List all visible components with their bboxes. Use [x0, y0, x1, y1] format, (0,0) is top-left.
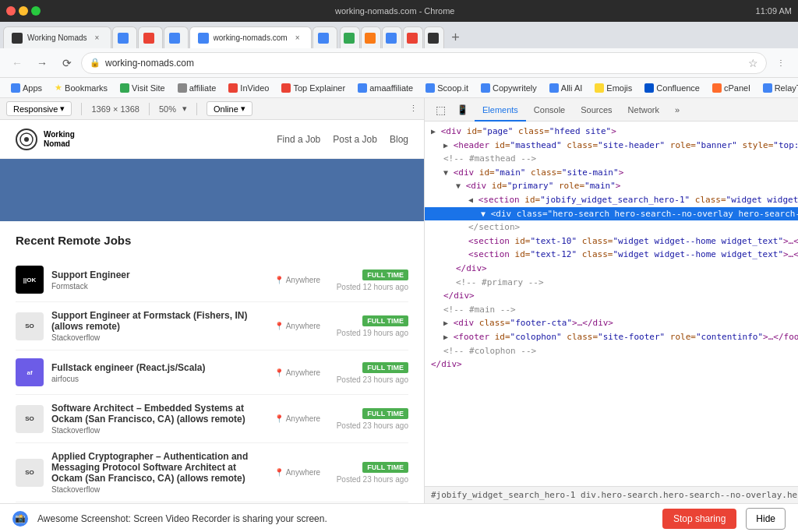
address-bar[interactable]: 🔒 working-nomads.com ☆ — [81, 52, 767, 74]
browser-tab-extra[interactable] — [340, 26, 360, 48]
tab-close-icon[interactable]: × — [292, 33, 303, 44]
tab-elements[interactable]: Elements — [475, 98, 526, 122]
browser-tab-extra4[interactable] — [403, 26, 423, 48]
bookmark-favicon — [11, 83, 20, 93]
tree-node-10[interactable]: <section id="text-12" class="widget widg… — [425, 248, 798, 262]
tree-node-1[interactable]: ▶ <div id="page" class="hfeed site"> — [425, 125, 798, 139]
nav-blog[interactable]: Blog — [390, 134, 408, 145]
tree-node-8[interactable]: </section> — [425, 220, 798, 234]
browser-tab-2[interactable] — [112, 26, 137, 48]
browser-tab-extra5[interactable] — [424, 26, 444, 48]
tab-sources[interactable]: Sources — [573, 98, 620, 122]
browser-tab-1[interactable]: Working Nomads × — [3, 26, 111, 48]
tree-node-16[interactable]: ▶ <footer id="colophon" class="site-foot… — [425, 330, 798, 344]
bookmark-visitsite[interactable]: Visit Site — [115, 82, 170, 94]
bookmark-label: RelayThat — [775, 83, 798, 93]
bookmark-alliai[interactable]: Alli AI — [545, 82, 588, 94]
job-company: Formstack — [51, 282, 267, 291]
tab-close-icon[interactable]: × — [92, 33, 103, 44]
tree-node-4[interactable]: ▼ <div id="main" class="site-main"> — [425, 166, 798, 180]
elements-panel: ▶ <div id="page" class="hfeed site"> ▶ <… — [425, 122, 798, 503]
device-toggle-icon[interactable]: 📱 — [453, 100, 471, 119]
tree-node-17[interactable]: <!-- #colophon --> — [425, 344, 798, 358]
browser-tab-extra3[interactable] — [382, 26, 402, 48]
tree-node-15[interactable]: ▶ <div class="footer-cta">…</div> — [425, 316, 798, 330]
forward-button[interactable]: → — [31, 52, 53, 74]
close-button[interactable] — [6, 6, 16, 16]
inspect-icon[interactable]: ⬚ — [431, 100, 450, 119]
bookmark-scoopit[interactable]: Scoop.it — [421, 82, 473, 94]
bookmark-copywritely[interactable]: Copywritely — [476, 82, 542, 94]
tab-more[interactable]: » — [667, 98, 687, 122]
tree-node-6[interactable]: ◀ <section id="jobify_widget_search_hero… — [425, 193, 798, 207]
job-item-5[interactable]: SO Applied Cryptographer – Authenticatio… — [16, 443, 408, 502]
responsive-button[interactable]: Responsive ▾ — [6, 101, 72, 116]
bookmark-affiliate[interactable]: affiliate — [173, 82, 221, 94]
maximize-button[interactable] — [31, 6, 41, 16]
tree-node-5[interactable]: ▼ <div id="primary" role="main"> — [425, 179, 798, 193]
tab-favicon — [169, 33, 180, 44]
bookmark-topexplainer[interactable]: Top Explainer — [277, 82, 350, 94]
notification-bar: 📸 Awesome Screenshot: Screen Video Recor… — [0, 503, 798, 532]
tree-node-11[interactable]: </div> — [425, 262, 798, 276]
tree-node-14[interactable]: <!-- #main --> — [425, 303, 798, 317]
tab-network[interactable]: Network — [620, 98, 667, 122]
tree-node-9[interactable]: <section id="text-10" class="widget widg… — [425, 234, 798, 248]
browser-tab-3[interactable] — [138, 26, 163, 48]
tree-node-13[interactable]: </div> — [425, 289, 798, 303]
job-company: airfocus — [51, 375, 267, 383]
bookmark-amaaffiliate[interactable]: amaaffiliate — [353, 82, 418, 94]
location-text: Anywhere — [286, 414, 320, 423]
bookmark-favicon — [763, 83, 772, 93]
tree-node-12[interactable]: <!-- #primary --> — [425, 276, 798, 290]
tabs-bar: Working Nomads × working-nomads.com × + — [0, 22, 798, 48]
nav-post-job[interactable]: Post a Job — [333, 134, 377, 145]
star-icon[interactable]: ☆ — [748, 57, 758, 69]
reload-button[interactable]: ⟳ — [56, 52, 78, 74]
bookmark-cpanel[interactable]: cPanel — [708, 82, 755, 94]
job-title: Software Architect – Embedded Systems at… — [51, 403, 267, 425]
bookmark-apps[interactable]: Apps — [6, 82, 47, 94]
window-controls[interactable] — [6, 6, 41, 16]
job-info: Fullstack engineer (React.js/Scala) airf… — [51, 362, 267, 383]
tab-console[interactable]: Console — [526, 98, 573, 122]
job-item-4[interactable]: SO Software Architect – Embedded Systems… — [16, 395, 408, 443]
site-logo: Working Nomad — [16, 129, 75, 150]
bookmark-emojis[interactable]: Emojis — [590, 82, 637, 94]
back-button[interactable]: ← — [6, 52, 28, 74]
browser-tab-5[interactable]: working-nomads.com × — [189, 26, 312, 48]
job-item-2[interactable]: SO Support Engineer at Formstack (Fisher… — [16, 302, 408, 351]
bookmark-label: Visit Site — [132, 83, 165, 93]
job-title: Applied Cryptographer – Authentication a… — [51, 451, 267, 484]
tree-node-2[interactable]: ▶ <header id="masthead" class="site-head… — [425, 139, 798, 153]
hide-button[interactable]: Hide — [746, 508, 786, 530]
bookmark-relaythat[interactable]: RelayThat — [758, 82, 798, 94]
job-location: 📍 Anywhere — [274, 276, 329, 284]
browser-tab-4[interactable] — [164, 26, 189, 48]
job-item-3[interactable]: af Fullstack engineer (React.js/Scala) a… — [16, 351, 408, 395]
more-options-icon[interactable]: ⋮ — [409, 104, 418, 114]
elements-tree[interactable]: ▶ <div id="page" class="hfeed site"> ▶ <… — [425, 122, 798, 486]
browser-tab-extra2[interactable] — [361, 26, 381, 48]
bookmark-label: Bookmarks — [65, 83, 108, 93]
job-title: Support Engineer at Formstack (Fishers, … — [51, 310, 267, 332]
minimize-button[interactable] — [19, 6, 28, 16]
stop-sharing-button[interactable]: Stop sharing — [662, 509, 736, 529]
job-item-6[interactable]: SO Software Architect – Distributed Mess… — [16, 502, 408, 503]
bookmark-invideo[interactable]: InVideo — [224, 82, 274, 94]
tree-node-7-selected[interactable]: ▼ <div class="hero-search hero-search--n… — [425, 207, 798, 221]
online-button[interactable]: Online ▾ — [207, 101, 252, 116]
company-logo: af — [16, 358, 44, 386]
bookmark-confluence[interactable]: Confluence — [640, 82, 704, 94]
new-tab-button[interactable]: + — [445, 26, 467, 48]
job-item-1[interactable]: ||OK Support Engineer Formstack 📍 Anywhe… — [16, 258, 408, 302]
tree-node-3[interactable]: <!-- #masthead --> — [425, 152, 798, 166]
location-text: Anywhere — [286, 368, 320, 377]
bookmark-bookmarks[interactable]: ★ Bookmarks — [50, 81, 112, 94]
tree-node-18[interactable]: </div> — [425, 358, 798, 372]
browser-tab-6[interactable] — [312, 26, 337, 48]
nav-find-job[interactable]: Find a Job — [277, 134, 320, 145]
extensions-button[interactable]: ⋮ — [770, 52, 792, 74]
tab-favicon — [12, 33, 23, 44]
expand-arrow[interactable]: ▶ — [431, 127, 436, 136]
